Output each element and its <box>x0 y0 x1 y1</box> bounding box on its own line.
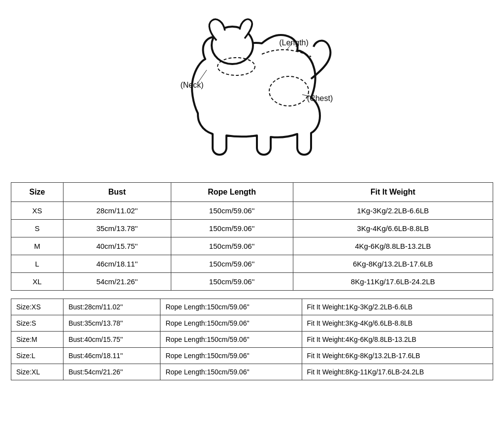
text-table-cell: Rope Length:150cm/59.06'' <box>160 332 302 348</box>
table-cell: 150cm/59.06'' <box>171 273 293 291</box>
col-header-rope: Rope Length <box>171 183 293 202</box>
text-table-cell: Size:S <box>11 315 63 332</box>
text-table-cell: Bust:46cm/18.11'' <box>63 348 160 364</box>
table-cell: M <box>11 237 63 255</box>
text-table-row: Size:MBust:40cm/15.75''Rope Length:150cm… <box>11 332 493 348</box>
table-cell: 1Kg-3Kg/2.2LB-6.6LB <box>293 202 493 220</box>
size-table-wrapper: Size Bust Rope Length Fit It Weight XS28… <box>11 182 493 291</box>
text-table-cell: Bust:35cm/13.78'' <box>63 315 160 332</box>
text-table-cell: Fit It Weight:3Kg-4Kg/6.6LB-8.8LB <box>302 315 493 332</box>
text-table-row: Size:SBust:35cm/13.78''Rope Length:150cm… <box>11 315 493 332</box>
text-table-cell: Fit It Weight:6Kg-8Kg/13.2LB-17.6LB <box>302 348 493 364</box>
col-header-bust: Bust <box>63 183 171 202</box>
table-row: XL54cm/21.26''150cm/59.06''8Kg-11Kg/17.6… <box>11 273 493 291</box>
text-table-wrapper: Size:XSBust:28cm/11.02''Rope Length:150c… <box>11 299 493 380</box>
table-cell: 46cm/18.11'' <box>63 255 171 273</box>
text-table-cell: Size:XS <box>11 299 63 315</box>
text-table-cell: Rope Length:150cm/59.06'' <box>160 348 302 364</box>
table-cell: 40cm/15.75'' <box>63 237 171 255</box>
col-header-weight: Fit It Weight <box>293 183 493 202</box>
table-cell: S <box>11 220 63 237</box>
text-table: Size:XSBust:28cm/11.02''Rope Length:150c… <box>11 299 493 380</box>
text-table-cell: Rope Length:150cm/59.06'' <box>160 364 302 380</box>
size-table: Size Bust Rope Length Fit It Weight XS28… <box>11 182 493 291</box>
table-cell: XS <box>11 202 63 220</box>
table-cell: 8Kg-11Kg/17.6LB-24.2LB <box>293 273 493 291</box>
col-header-size: Size <box>11 183 63 202</box>
svg-text:(Chest): (Chest) <box>307 94 333 102</box>
table-cell: XL <box>11 273 63 291</box>
table-cell: 150cm/59.06'' <box>171 255 293 273</box>
text-table-cell: Size:L <box>11 348 63 364</box>
text-table-cell: Bust:28cm/11.02'' <box>63 299 160 315</box>
table-row: S35cm/13.78''150cm/59.06''3Kg-4Kg/6.6LB-… <box>11 220 493 237</box>
text-table-cell: Fit It Weight:4Kg-6Kg/8.8LB-13.2LB <box>302 332 493 348</box>
table-row: XS28cm/11.02''150cm/59.06''1Kg-3Kg/2.2LB… <box>11 202 493 220</box>
table-cell: 150cm/59.06'' <box>171 202 293 220</box>
text-table-cell: Bust:40cm/15.75'' <box>63 332 160 348</box>
table-cell: L <box>11 255 63 273</box>
table-cell: 150cm/59.06'' <box>171 237 293 255</box>
table-row: L46cm/18.11''150cm/59.06''6Kg-8Kg/13.2LB… <box>11 255 493 273</box>
text-table-cell: Fit It Weight:8Kg-11Kg/17.6LB-24.2LB <box>302 364 493 380</box>
table-cell: 6Kg-8Kg/13.2LB-17.6LB <box>293 255 493 273</box>
text-table-row: Size:XLBust:54cm/21.26''Rope Length:150c… <box>11 364 493 380</box>
svg-point-2 <box>269 76 309 106</box>
table-cell: 3Kg-4Kg/6.6LB-8.8LB <box>293 220 493 237</box>
text-table-cell: Rope Length:150cm/59.06'' <box>160 315 302 332</box>
text-table-cell: Size:XL <box>11 364 63 380</box>
table-cell: 150cm/59.06'' <box>171 220 293 237</box>
dog-diagram: (Neck) (Length) (Chest) <box>149 15 355 172</box>
text-table-cell: Fit It Weight:1Kg-3Kg/2.2LB-6.6LB <box>302 299 493 315</box>
text-table-row: Size:LBust:46cm/18.11''Rope Length:150cm… <box>11 348 493 364</box>
table-cell: 35cm/13.78'' <box>63 220 171 237</box>
table-row: M40cm/15.75''150cm/59.06''4Kg-6Kg/8.8LB-… <box>11 237 493 255</box>
text-table-cell: Rope Length:150cm/59.06'' <box>160 299 302 315</box>
table-header-row: Size Bust Rope Length Fit It Weight <box>11 183 493 202</box>
text-table-cell: Bust:54cm/21.26'' <box>63 364 160 380</box>
text-table-cell: Size:M <box>11 332 63 348</box>
table-cell: 54cm/21.26'' <box>63 273 171 291</box>
table-cell: 28cm/11.02'' <box>63 202 171 220</box>
table-cell: 4Kg-6Kg/8.8LB-13.2LB <box>293 237 493 255</box>
svg-text:(Neck): (Neck) <box>180 81 203 89</box>
text-table-row: Size:XSBust:28cm/11.02''Rope Length:150c… <box>11 299 493 315</box>
svg-text:(Length): (Length) <box>279 38 309 47</box>
